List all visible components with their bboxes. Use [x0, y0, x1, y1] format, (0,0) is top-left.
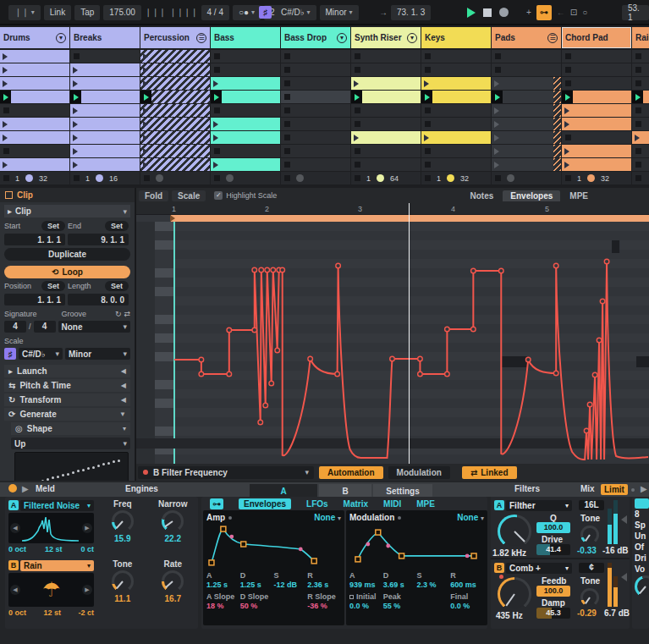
clip-slot[interactable] — [211, 91, 280, 103]
clip[interactable] — [492, 77, 561, 90]
clip[interactable] — [70, 145, 140, 157]
tab-lfos[interactable]: LFOs — [306, 499, 328, 509]
clip-stop-square[interactable] — [635, 121, 641, 127]
clip-slot[interactable] — [562, 131, 631, 144]
tab-matrix[interactable]: Matrix — [344, 499, 368, 509]
track-header[interactable]: Bass — [211, 27, 280, 48]
clip-slot[interactable] — [632, 118, 649, 130]
start-value[interactable]: 1. 1. 1 — [4, 234, 65, 245]
menu-icon[interactable]: ☰ — [547, 33, 558, 43]
amp-preset-select[interactable]: None ▾ — [314, 513, 341, 522]
device-on-led[interactable] — [8, 484, 17, 493]
clip-slot[interactable] — [421, 63, 491, 76]
clip-stop-square[interactable] — [425, 121, 431, 127]
set-end-button[interactable]: Set — [105, 221, 129, 231]
clip[interactable] — [211, 158, 280, 171]
tone-value[interactable]: 11.1 — [114, 594, 130, 603]
clip[interactable] — [562, 158, 631, 171]
partial-knob[interactable] — [635, 575, 649, 597]
clip-stop-square[interactable] — [355, 67, 360, 73]
device-fold-icon[interactable]: ▶ — [22, 484, 29, 493]
param-value[interactable]: 1.25 s — [206, 581, 240, 590]
playing-clip-launch[interactable] — [211, 91, 222, 103]
track-header[interactable]: Keys — [421, 27, 491, 48]
clip[interactable] — [562, 145, 631, 157]
clip[interactable] — [211, 118, 280, 130]
prev-engine-icon[interactable]: ◀ — [10, 585, 20, 595]
engine-a-ct[interactable]: 0 ct — [81, 545, 95, 553]
clip-slot[interactable] — [562, 50, 631, 63]
shape-preset-select[interactable]: Up▾ — [11, 438, 130, 449]
clip-stop-square[interactable] — [284, 121, 290, 127]
clip-slot[interactable] — [0, 158, 69, 171]
clip-slot[interactable] — [492, 145, 561, 157]
clip-slot[interactable] — [70, 104, 140, 117]
clip-slot[interactable] — [492, 91, 561, 103]
clip-panel-header[interactable]: Clip — [0, 188, 135, 202]
clip-scale-root[interactable]: C#/D♭▾ — [19, 348, 63, 360]
follow-button[interactable]: → — [379, 8, 388, 17]
clip-slot[interactable] — [281, 145, 350, 157]
clip[interactable] — [140, 145, 210, 157]
scale-icon[interactable]: ♯ — [4, 348, 16, 360]
track-stop-button[interactable] — [74, 175, 80, 181]
clip-stop-square[interactable] — [565, 80, 571, 86]
clip-stop-square[interactable] — [284, 53, 290, 59]
param-value[interactable]: -36 % — [307, 602, 341, 611]
clip-stop-square[interactable] — [3, 107, 9, 113]
clip-slot[interactable] — [421, 118, 491, 130]
clip-slot[interactable] — [562, 118, 631, 130]
clip-stop-square[interactable] — [635, 67, 641, 73]
param-value[interactable]: 0.0 % — [450, 602, 484, 611]
mix-a-handle[interactable] — [621, 515, 627, 524]
clip-slot[interactable] — [492, 50, 561, 63]
chevron-down-icon[interactable]: ▾ — [337, 33, 347, 43]
clip[interactable] — [0, 131, 69, 144]
param-value[interactable]: 0.0 % — [349, 602, 383, 611]
limit-led[interactable] — [631, 488, 635, 492]
clip[interactable] — [0, 50, 69, 63]
drive-slider[interactable]: 41.4 — [536, 544, 570, 555]
sig-denominator[interactable]: 4 — [34, 321, 56, 333]
clip-stop-square[interactable] — [284, 80, 290, 86]
clip[interactable] — [11, 91, 69, 103]
clip-slot[interactable] — [140, 118, 210, 130]
clip[interactable] — [492, 118, 561, 130]
mod-led[interactable] — [398, 516, 401, 520]
clip-slot[interactable] — [211, 145, 280, 157]
clip[interactable] — [632, 131, 649, 144]
mod-preset-select[interactable]: None ▾ — [457, 513, 484, 522]
q-slider[interactable]: 100.0 — [536, 522, 570, 533]
feedb-slider[interactable]: 100.0 — [536, 586, 570, 597]
clip-stop-square[interactable] — [565, 53, 571, 59]
clip[interactable] — [562, 118, 631, 130]
filter-a-freq-value[interactable]: 1.82 kHz — [492, 548, 526, 558]
clip[interactable] — [573, 91, 631, 103]
clip-slot[interactable] — [351, 131, 421, 144]
clip-slot[interactable] — [492, 118, 561, 130]
clip-stop-square[interactable] — [355, 107, 360, 113]
clip-stop-square[interactable] — [284, 107, 290, 113]
clip-stop-square[interactable] — [635, 80, 641, 86]
param-value[interactable]: 939 ms — [349, 581, 383, 590]
clip[interactable] — [492, 104, 561, 117]
set-position-button[interactable]: Set — [41, 281, 65, 291]
clip-slot[interactable] — [562, 77, 631, 90]
clip-slot[interactable] — [492, 104, 561, 117]
loop-start-field[interactable]: 53. 1 — [622, 5, 649, 20]
clip[interactable] — [140, 104, 210, 117]
tempo-follower-icon[interactable]: ❘❘▾ — [8, 5, 41, 20]
engine-b-select[interactable]: Rain▾ — [20, 560, 94, 571]
clip-slot[interactable] — [0, 63, 69, 76]
record-button[interactable] — [499, 8, 509, 17]
clip-stop-square[interactable] — [284, 67, 290, 73]
capture-midi-button[interactable]: ⊡ — [570, 8, 577, 17]
clip-stop-square[interactable] — [495, 67, 501, 73]
scale-root-menu[interactable]: C#/D♭▾ — [275, 5, 316, 20]
clip-stop-square[interactable] — [355, 121, 360, 127]
mix-b-level[interactable]: 6.7 dB — [604, 608, 630, 618]
clip-stop-square[interactable] — [425, 67, 431, 73]
engine-a-select[interactable]: Filtered Noise▾ — [20, 500, 94, 511]
clip-slot[interactable] — [562, 158, 631, 171]
clip-slot[interactable] — [632, 104, 649, 117]
